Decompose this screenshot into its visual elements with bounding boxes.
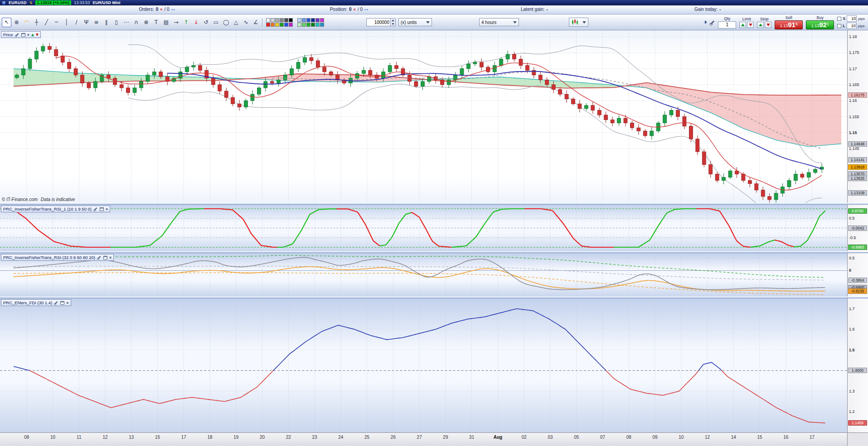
ifr2-close-icon[interactable]: ×	[109, 255, 112, 260]
price-axis[interactable]: 1.181.1751.171.1651.161.1551.151.1451.16…	[847, 30, 868, 203]
color-swatch[interactable]	[280, 18, 284, 22]
color-swatch[interactable]	[297, 23, 301, 27]
ifr1-plot[interactable]: PRC_InverseFisherTrans_RSI_1 (10 1 9 50 …	[0, 205, 847, 251]
color-swatch[interactable]	[284, 18, 288, 22]
order-panel-expand-icon[interactable]	[705, 20, 707, 24]
y-tick-label: 1.145	[849, 146, 859, 151]
ifr2-plot[interactable]: PRC_InverseFisherTrans_RSI (32 0 9 50 80…	[0, 253, 847, 297]
color-swatch[interactable]	[306, 18, 310, 22]
magnet-tool-button[interactable]: ∩	[131, 18, 141, 27]
chart-style-button[interactable]	[569, 18, 588, 27]
trash-tool-button[interactable]: ▯	[112, 18, 121, 27]
order-qty-input[interactable]	[718, 21, 736, 29]
price-scale-down-icon[interactable]	[36, 34, 39, 36]
color-swatch[interactable]	[280, 23, 284, 27]
buy-stop-button[interactable]	[757, 22, 764, 28]
zoom-tool-button[interactable]: ⊕	[12, 18, 21, 27]
price-close-icon[interactable]: ×	[27, 33, 29, 37]
ifr2-settings-wrench-icon[interactable]	[97, 256, 101, 259]
fdi-window-icon[interactable]	[60, 301, 64, 305]
triangle-tool-button[interactable]: △	[231, 18, 241, 27]
quantity-input[interactable]	[367, 19, 390, 26]
close-position-icon[interactable]: ×	[354, 7, 356, 12]
sell-button[interactable]: 1.13 91 5	[775, 20, 803, 29]
color-swatch[interactable]	[284, 23, 288, 27]
units-select[interactable]: (x) units	[398, 18, 432, 26]
trendline-tool-button[interactable]: ╱	[42, 18, 51, 27]
stop-loss-pips-input[interactable]	[847, 15, 857, 22]
color-swatch[interactable]	[315, 23, 320, 27]
color-swatch[interactable]	[320, 23, 324, 27]
angle-tool-button[interactable]: ∠	[251, 18, 261, 27]
color-swatch[interactable]	[266, 18, 270, 22]
dots-tool-button[interactable]: ⋯	[121, 18, 131, 27]
color-swatch[interactable]	[311, 23, 315, 27]
arrow-up-tool-button[interactable]: ↑	[181, 18, 191, 27]
ifr1-close-icon[interactable]: ×	[106, 207, 108, 211]
color-swatch[interactable]	[266, 23, 270, 27]
eraser-tool-button[interactable]: ⊗	[141, 18, 151, 27]
angle-icon: ∠	[253, 19, 258, 25]
order-settings-wrench-icon[interactable]	[711, 20, 715, 24]
price-settings-wrench-icon[interactable]	[15, 33, 19, 36]
cancel-orders-icon[interactable]: ×	[160, 7, 162, 12]
color-swatch[interactable]	[315, 18, 320, 22]
price-window-icon[interactable]	[21, 33, 25, 37]
rectangle-tool-button[interactable]: ▭	[211, 18, 221, 27]
fdi-axis[interactable]: 1.71.61.51.31.21.40001.1459	[847, 298, 868, 432]
note-tool-button[interactable]: ▤	[161, 18, 171, 27]
fdi-plot[interactable]: PRC_Ehlers_FDI (30 1.4) ×	[0, 298, 847, 432]
horizontal-line-tool-button[interactable]: ─	[52, 18, 61, 27]
color-swatch[interactable]	[271, 18, 275, 22]
sell-stop-button[interactable]	[765, 22, 771, 28]
vertical-line-tool-button[interactable]: │	[62, 18, 71, 27]
color-swatch[interactable]	[275, 23, 279, 27]
alarm-tool-button[interactable]: ◠	[22, 18, 31, 27]
buy-button[interactable]: 1.13 92 1	[806, 20, 834, 29]
crosshair-tool-button[interactable]: ┼	[32, 18, 41, 27]
undo-tool-button[interactable]: ↺	[201, 18, 211, 27]
color-swatch[interactable]	[271, 23, 275, 27]
symbol-updown-icon[interactable]: ⇅	[29, 1, 33, 5]
color-swatch[interactable]	[320, 18, 324, 22]
quantity-stepper[interactable]	[390, 19, 395, 26]
sell-limit-button[interactable]	[747, 22, 754, 28]
color-swatch[interactable]	[306, 23, 310, 27]
ifr1-settings-wrench-icon[interactable]	[94, 207, 97, 211]
text-tool-button[interactable]: T	[151, 18, 161, 27]
segment-tool-button[interactable]: ∕	[72, 18, 81, 27]
fdi-close-icon[interactable]: ×	[66, 301, 68, 305]
time-axis[interactable]: 081011121315171819202223242526272931Aug0…	[0, 433, 847, 446]
pitchfork-tool-button[interactable]: Ψ	[82, 18, 91, 27]
price-plot[interactable]: Price × © IT-Finance.com Data is indicat…	[0, 30, 847, 203]
color-swatch[interactable]	[302, 23, 306, 27]
ifr2-window-icon[interactable]	[103, 256, 107, 259]
color-swatch[interactable]	[289, 23, 293, 27]
position-settings-icon[interactable]: ●●	[364, 8, 369, 11]
wave-tool-button[interactable]: ∿	[241, 18, 251, 27]
ifr2-axis[interactable]: 0.50-0.3864-0.6860-0.8235	[847, 253, 868, 297]
fibonacci-tool-button[interactable]: ≡	[92, 18, 101, 27]
color-swatch[interactable]	[289, 18, 293, 22]
color-swatch[interactable]	[275, 18, 279, 22]
color-swatch[interactable]	[297, 18, 301, 22]
fdi-settings-wrench-icon[interactable]	[55, 301, 58, 304]
symbol-label[interactable]: EURUSD	[9, 0, 27, 5]
arrow-right-tool-button[interactable]: →	[171, 18, 181, 27]
stop-loss-checkbox[interactable]	[837, 17, 841, 21]
arrow-down-tool-button[interactable]: ↓	[191, 18, 201, 27]
take-profit-checkbox[interactable]	[837, 24, 841, 28]
ifr1-axis[interactable]: 0.5-0.50.8790-0.0042-0.9983	[847, 205, 868, 251]
timeframe-select[interactable]: 4 hours	[479, 18, 519, 26]
pointer-tool-button[interactable]: ↖	[2, 18, 11, 27]
color-swatch[interactable]	[302, 18, 306, 22]
ellipse-tool-button[interactable]: ◯	[221, 18, 231, 27]
ifr1-window-icon[interactable]	[100, 207, 104, 211]
take-profit-pips-input[interactable]	[847, 23, 857, 29]
price-scale-up-icon[interactable]	[31, 34, 34, 36]
buy-limit-button[interactable]	[739, 22, 746, 28]
orders-settings-icon[interactable]: ●●	[171, 8, 175, 11]
channel-tool-button[interactable]: ∥	[102, 18, 111, 27]
color-swatch[interactable]	[311, 18, 315, 22]
buy-price-fraction: 1	[827, 22, 829, 26]
